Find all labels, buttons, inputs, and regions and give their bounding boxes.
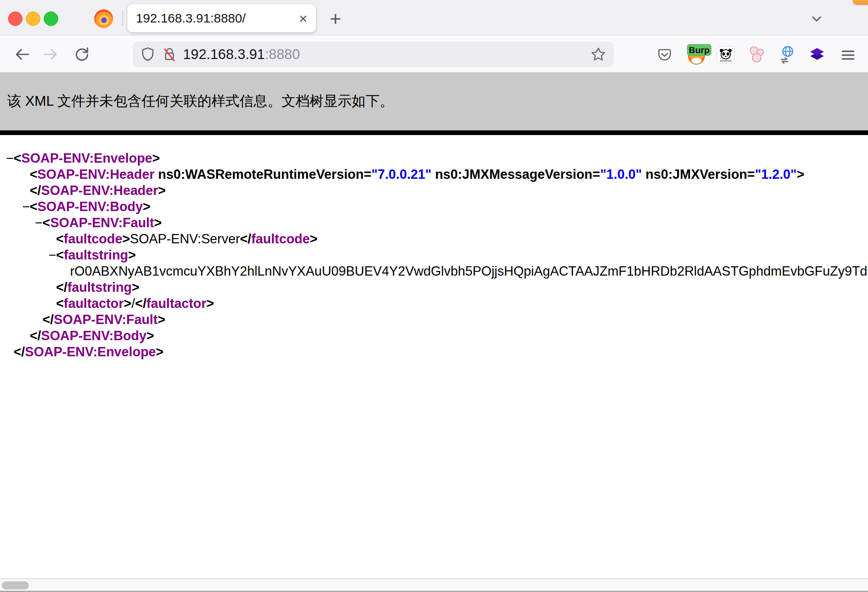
xml-markup: </ (42, 312, 54, 327)
xml-line: </SOAP-ENV:Envelope> (0, 344, 868, 360)
xml-tag: faultactor (64, 296, 124, 311)
chevron-down-icon (807, 9, 826, 28)
navigation-toolbar: 192.168.3.91:8880 Burp (0, 36, 868, 72)
xml-value: "1.2.0" (755, 167, 797, 182)
xml-markup: > (132, 280, 139, 295)
xml-line: rO0ABXNyAB1vcmcuYXBhY2hlLnNvYXAuU09BUEV4… (0, 263, 868, 279)
xml-markup: > (797, 167, 804, 182)
insecure-lock-icon[interactable] (161, 46, 178, 63)
active-tab[interactable]: 192.168.3.91:8880/ × (127, 4, 316, 32)
xml-attr: ns0:WASRemoteRuntimeVersion= (155, 167, 372, 182)
xml-tag: SOAP-ENV:Body (37, 199, 143, 214)
extension-stack[interactable] (807, 45, 827, 65)
tab-separator (122, 10, 123, 26)
back-button[interactable] (13, 45, 32, 64)
xml-markup: > (154, 215, 162, 230)
window-close-button[interactable] (8, 11, 23, 26)
pink-circles-icon (748, 45, 767, 64)
bookmark-star-icon[interactable] (590, 46, 607, 63)
xml-markup: </ (240, 231, 251, 246)
shield-icon[interactable] (140, 46, 156, 62)
xml-markup: </ (30, 183, 41, 198)
extension-wappalyzer[interactable] (747, 45, 767, 65)
xml-line: −<faultstring> (0, 247, 868, 263)
xml-markup: > (158, 183, 166, 198)
xml-markup: < (56, 296, 64, 311)
burp-badge: Burp (687, 44, 711, 56)
xml-markup: </ (30, 328, 41, 343)
forward-button[interactable] (41, 45, 59, 64)
xml-markup: > (147, 328, 154, 343)
xml-text: rO0ABXNyAB1vcmcuYXBhY2hlLnNvYXAuU09BUEV4… (70, 264, 868, 279)
forward-arrow-icon (41, 45, 59, 64)
panda-icon (717, 46, 735, 64)
xml-line: </SOAP-ENV:Fault> (0, 312, 868, 328)
xml-tag: SOAP-ENV:Envelope (21, 151, 152, 166)
xml-tag: faultstring (68, 280, 132, 295)
xml-expander-toggle[interactable]: − (35, 215, 42, 230)
xml-tag: SOAP-ENV:Fault (54, 312, 158, 327)
xml-text: SOAP-ENV:Server (130, 231, 240, 246)
url-bar[interactable]: 192.168.3.91:8880 (133, 42, 614, 67)
back-arrow-icon (13, 45, 32, 64)
xml-no-style-banner: 该 XML 文件并未包含任何关联的样式信息。文档树显示如下。 (0, 72, 868, 135)
xml-line: −<SOAP-ENV:Body> (0, 199, 868, 215)
xml-line: <SOAP-ENV:Header ns0:WASRemoteRuntimeVer… (0, 166, 868, 183)
panda-caption-bar (720, 60, 732, 62)
xml-attr: ns0:JMXVersion= (642, 167, 755, 182)
xml-markup: </ (135, 296, 147, 311)
reload-button[interactable] (73, 45, 91, 64)
tab-title: 192.168.3.91:8880/ (127, 11, 294, 25)
xml-markup: > (310, 231, 318, 246)
extension-foxyproxy-burp[interactable]: Burp (687, 45, 707, 65)
hamburger-menu-icon (839, 45, 857, 64)
xml-value: "1.0.0" (600, 167, 642, 182)
xml-text: / (131, 296, 135, 311)
xml-markup: > (143, 199, 150, 214)
app-menu-button[interactable] (838, 45, 858, 65)
globe-swap-icon (778, 45, 797, 64)
window-minimize-button[interactable] (26, 11, 40, 26)
extension-panda[interactable] (716, 45, 736, 65)
xml-tag: SOAP-ENV:Fault (50, 215, 154, 230)
new-tab-button[interactable]: + (325, 8, 346, 29)
page-content: −<SOAP-ENV:Envelope><SOAP-ENV:Header ns0… (0, 135, 868, 578)
browser-window: 192.168.3.91:8880/ × + (0, 0, 868, 592)
xml-attr: ns0:JMXMessageVersion= (431, 167, 600, 182)
firefox-view-icon[interactable] (94, 9, 113, 28)
pocket-icon (656, 46, 674, 64)
url-host: 192.168.3.91 (183, 46, 265, 62)
xml-line: </faultstring> (0, 279, 868, 296)
fox-chin (691, 58, 702, 64)
reload-icon (73, 45, 91, 64)
url-port: :8880 (265, 46, 300, 62)
xml-expander-toggle[interactable]: − (48, 248, 56, 262)
xml-expander-toggle[interactable]: − (6, 151, 14, 166)
xml-tag: SOAP-ENV:Envelope (25, 344, 156, 359)
horizontal-scrollbar-thumb[interactable] (2, 581, 29, 589)
xml-line: </SOAP-ENV:Header> (0, 183, 868, 199)
xml-line: <faultcode>SOAP-ENV:Server</faultcode> (0, 231, 868, 247)
xml-markup: > (206, 296, 214, 311)
xml-tag: faultcode (64, 231, 122, 246)
horizontal-scrollbar[interactable] (0, 578, 868, 592)
background-window-corner (853, 0, 868, 5)
pocket-button[interactable] (655, 45, 674, 65)
tab-bar: 192.168.3.91:8880/ × + (0, 0, 868, 36)
xml-markup: < (56, 231, 64, 246)
xml-markup: > (152, 151, 160, 166)
list-all-tabs-button[interactable] (807, 9, 826, 28)
extension-translate[interactable] (778, 45, 797, 65)
xml-markup: < (30, 199, 37, 214)
xml-markup: < (30, 167, 37, 182)
window-zoom-button[interactable] (44, 11, 58, 26)
xml-expander-toggle[interactable]: − (22, 199, 30, 214)
xml-markup: </ (56, 280, 68, 295)
url-text: 192.168.3.91:8880 (183, 46, 300, 62)
xml-tag: SOAP-ENV:Header (37, 167, 155, 182)
xml-value: "7.0.0.21" (372, 167, 431, 182)
xml-line: −<SOAP-ENV:Envelope> (0, 150, 868, 166)
xml-markup: > (128, 248, 136, 262)
tab-close-icon[interactable]: × (294, 9, 313, 28)
xml-markup: < (14, 151, 21, 166)
